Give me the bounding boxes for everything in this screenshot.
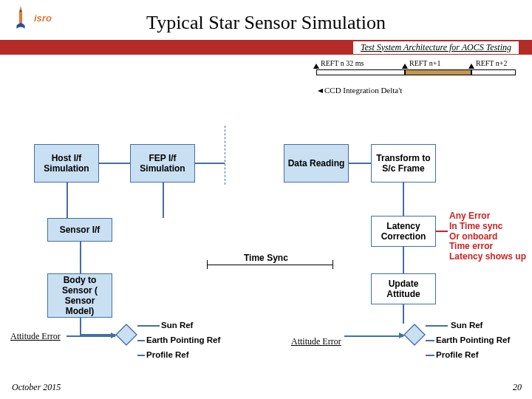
latency-correction-box: Latency Correction [371, 216, 436, 247]
summing-junction-left [115, 324, 137, 346]
sun-ref-right: Sun Ref [451, 321, 482, 330]
update-attitude-box: Update Attitude [371, 273, 436, 304]
sensor-if-box: Sensor I/f [47, 218, 112, 242]
data-reading-box: Data Reading [284, 144, 349, 183]
page-title: Typical Star Sensor Simulation [0, 12, 532, 34]
footer-date: October 2015 [12, 382, 61, 393]
body-to-sensor-box: Body to Sensor ( Sensor Model) [47, 273, 112, 318]
profile-ref-right: Profile Ref [436, 350, 479, 359]
attitude-error-right: Attitude Error [291, 336, 341, 347]
svg-marker-2 [404, 324, 425, 345]
transform-box: Transform to S/c Frame [371, 144, 436, 183]
ccd-integration-label: CCD Integration Delta't [318, 86, 402, 95]
earth-ref-left: Earth Pointing Ref [146, 335, 220, 344]
sun-ref-left: Sun Ref [161, 321, 193, 330]
timing-strip: REFT n 32 ms REFT n+1 REFT n+2 [316, 59, 523, 80]
subtitle-tab: Test System Architecture for AOCS Testin… [353, 41, 519, 54]
reft-n1-label: REFT n+1 [409, 59, 440, 67]
footer-page: 20 [513, 382, 522, 393]
header-bar: Test System Architecture for AOCS Testin… [0, 40, 532, 55]
earth-ref-right: Earth Pointing Ref [436, 335, 510, 344]
summing-junction-right [403, 324, 426, 346]
fep-if-sim-box: FEP I/f Simulation [130, 144, 195, 183]
time-sync-label: Time Sync [244, 253, 288, 263]
attitude-error-left: Attitude Error [10, 331, 61, 342]
svg-marker-1 [116, 324, 137, 345]
profile-ref-left: Profile Ref [146, 350, 189, 359]
latency-error-annotation: Any Error In Time sync Or onboard Time e… [449, 211, 531, 262]
host-if-sim-box: Host I/f Simulation [34, 144, 99, 183]
reft-n-label: REFT n 32 ms [321, 59, 364, 67]
reft-n2-label: REFT n+2 [476, 59, 507, 67]
